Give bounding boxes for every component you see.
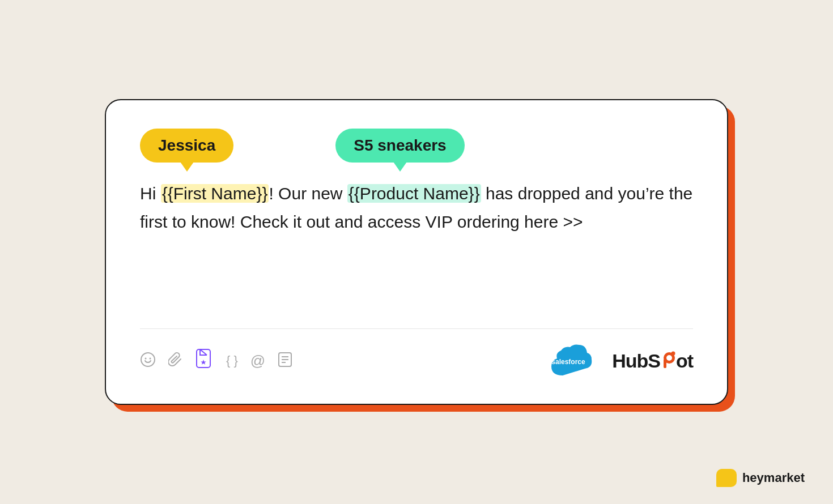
- product-name-variable: {{Product Name}}: [347, 184, 481, 203]
- brand-logos-group: salesforce Hub S: [543, 340, 693, 381]
- product-bubble: S5 sneakers: [335, 129, 464, 163]
- hubspot-sprocket-svg: [660, 350, 676, 371]
- hubspot-ot-text: ot: [676, 350, 693, 372]
- svg-point-1: [145, 358, 147, 360]
- toolbar-icons-group: { } @: [140, 348, 292, 373]
- message-body: Hi {{First Name}}! Our new {{Product Nam…: [140, 180, 693, 306]
- jessica-label: Jessica: [158, 136, 215, 154]
- message-middle: ! Our new: [269, 184, 347, 203]
- checklist-icon[interactable]: [278, 352, 292, 370]
- salesforce-cloud-svg: salesforce: [543, 340, 594, 381]
- bottom-toolbar: { } @: [140, 328, 693, 381]
- svg-point-2: [150, 358, 151, 360]
- hubspot-hub-text: Hub: [612, 350, 648, 372]
- mention-icon[interactable]: @: [250, 353, 265, 368]
- first-name-variable: {{First Name}}: [161, 184, 269, 203]
- message-card: Jessica S5 sneakers Hi {{First Name}}! O…: [105, 99, 728, 405]
- speech-bubbles-row: Jessica S5 sneakers: [140, 129, 693, 163]
- variable-icon[interactable]: { }: [226, 354, 238, 367]
- salesforce-logo: salesforce: [543, 340, 594, 381]
- heymarket-branding: heymarket: [716, 469, 805, 487]
- svg-text:salesforce: salesforce: [551, 358, 585, 366]
- message-hi: Hi: [140, 184, 161, 203]
- svg-point-0: [141, 353, 155, 366]
- jessica-bubble: Jessica: [140, 129, 233, 163]
- emoji-icon[interactable]: [140, 352, 156, 370]
- heymarket-bubble-icon: [716, 469, 737, 487]
- hubspot-dot-icon: [660, 350, 676, 371]
- heymarket-label: heymarket: [742, 471, 805, 485]
- svg-point-11: [666, 355, 672, 361]
- hubspot-s-text: S: [648, 350, 660, 372]
- template-icon[interactable]: [196, 348, 214, 373]
- attachment-icon[interactable]: [168, 352, 183, 370]
- hubspot-logo: Hub S: [612, 350, 693, 372]
- product-label: S5 sneakers: [354, 136, 446, 154]
- svg-point-12: [671, 352, 675, 356]
- main-card-container: Jessica S5 sneakers Hi {{First Name}}! O…: [105, 99, 728, 405]
